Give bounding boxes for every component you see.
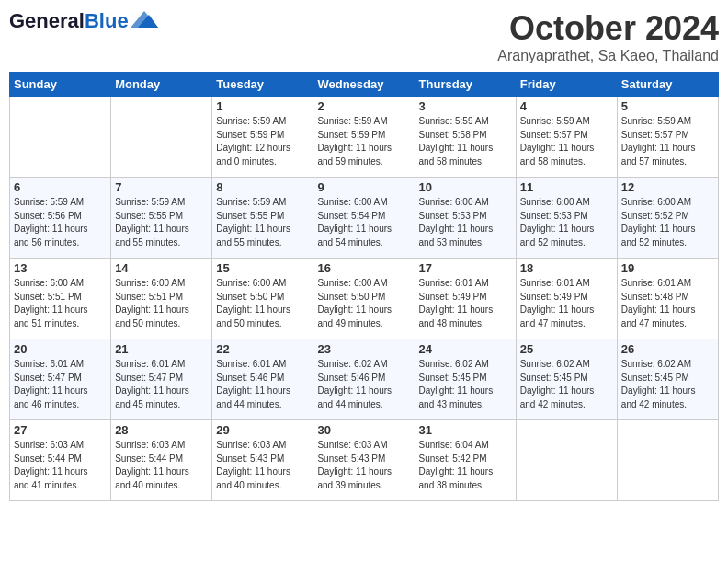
calendar-cell: 4Sunrise: 5:59 AMSunset: 5:57 PMDaylight… — [516, 97, 617, 178]
day-number: 23 — [317, 342, 410, 356]
day-number: 1 — [216, 99, 309, 113]
calendar-week-2: 6Sunrise: 5:59 AMSunset: 5:56 PMDaylight… — [10, 178, 719, 259]
day-number: 4 — [520, 99, 613, 113]
day-number: 24 — [419, 342, 512, 356]
calendar-cell: 16Sunrise: 6:00 AMSunset: 5:50 PMDayligh… — [313, 259, 415, 339]
day-number: 6 — [14, 180, 107, 194]
day-info: Sunrise: 6:02 AMSunset: 5:46 PMDaylight:… — [317, 358, 410, 411]
calendar-cell: 29Sunrise: 6:03 AMSunset: 5:43 PMDayligh… — [212, 420, 313, 501]
day-info: Sunrise: 5:59 AMSunset: 5:57 PMDaylight:… — [520, 115, 613, 168]
calendar-cell: 21Sunrise: 6:01 AMSunset: 5:47 PMDayligh… — [111, 339, 212, 420]
calendar-cell: 3Sunrise: 5:59 AMSunset: 5:58 PMDaylight… — [415, 97, 516, 178]
calendar-cell: 15Sunrise: 6:00 AMSunset: 5:50 PMDayligh… — [212, 259, 313, 339]
logo-blue: Blue — [85, 9, 129, 33]
day-info: Sunrise: 5:59 AMSunset: 5:59 PMDaylight:… — [216, 115, 309, 168]
day-number: 7 — [115, 180, 208, 194]
day-info: Sunrise: 6:01 AMSunset: 5:47 PMDaylight:… — [14, 358, 107, 411]
day-info: Sunrise: 6:01 AMSunset: 5:47 PMDaylight:… — [115, 358, 208, 411]
day-info: Sunrise: 5:59 AMSunset: 5:55 PMDaylight:… — [216, 196, 309, 249]
calendar-cell: 10Sunrise: 6:00 AMSunset: 5:53 PMDayligh… — [415, 178, 516, 259]
calendar-week-5: 27Sunrise: 6:03 AMSunset: 5:44 PMDayligh… — [10, 420, 719, 501]
day-info: Sunrise: 6:01 AMSunset: 5:46 PMDaylight:… — [216, 358, 309, 411]
day-info: Sunrise: 6:01 AMSunset: 5:49 PMDaylight:… — [419, 277, 512, 330]
day-number: 12 — [621, 180, 714, 194]
day-info: Sunrise: 5:59 AMSunset: 5:56 PMDaylight:… — [14, 196, 107, 249]
calendar-cell: 11Sunrise: 6:00 AMSunset: 5:53 PMDayligh… — [516, 178, 617, 259]
day-info: Sunrise: 5:59 AMSunset: 5:55 PMDaylight:… — [115, 196, 208, 249]
day-number: 13 — [14, 261, 107, 275]
day-info: Sunrise: 6:02 AMSunset: 5:45 PMDaylight:… — [419, 358, 512, 411]
day-info: Sunrise: 6:01 AMSunset: 5:49 PMDaylight:… — [520, 277, 613, 330]
calendar-cell: 9Sunrise: 6:00 AMSunset: 5:54 PMDaylight… — [313, 178, 415, 259]
day-number: 28 — [115, 423, 208, 437]
calendar-cell: 23Sunrise: 6:02 AMSunset: 5:46 PMDayligh… — [313, 339, 415, 420]
day-info: Sunrise: 6:03 AMSunset: 5:44 PMDaylight:… — [14, 439, 107, 492]
day-number: 14 — [115, 261, 208, 275]
day-info: Sunrise: 6:04 AMSunset: 5:42 PMDaylight:… — [419, 439, 512, 492]
day-info: Sunrise: 6:02 AMSunset: 5:45 PMDaylight:… — [520, 358, 613, 411]
page-header: GeneralBlue October 2024 Aranyaprathet, … — [9, 9, 719, 64]
day-number: 18 — [520, 261, 613, 275]
day-info: Sunrise: 6:00 AMSunset: 5:51 PMDaylight:… — [115, 277, 208, 330]
calendar-cell — [516, 420, 617, 501]
day-info: Sunrise: 6:01 AMSunset: 5:48 PMDaylight:… — [621, 277, 714, 330]
calendar-cell: 25Sunrise: 6:02 AMSunset: 5:45 PMDayligh… — [516, 339, 617, 420]
day-number: 29 — [216, 423, 309, 437]
day-number: 19 — [621, 261, 714, 275]
day-info: Sunrise: 6:00 AMSunset: 5:53 PMDaylight:… — [419, 196, 512, 249]
calendar-header-tuesday: Tuesday — [212, 73, 313, 97]
day-info: Sunrise: 6:00 AMSunset: 5:54 PMDaylight:… — [317, 196, 410, 249]
day-info: Sunrise: 6:02 AMSunset: 5:45 PMDaylight:… — [621, 358, 714, 411]
logo-icon — [131, 11, 158, 28]
calendar-week-4: 20Sunrise: 6:01 AMSunset: 5:47 PMDayligh… — [10, 339, 719, 420]
calendar-header-wednesday: Wednesday — [313, 73, 415, 97]
calendar-cell: 28Sunrise: 6:03 AMSunset: 5:44 PMDayligh… — [111, 420, 212, 501]
calendar-week-1: 1Sunrise: 5:59 AMSunset: 5:59 PMDaylight… — [10, 97, 719, 178]
day-info: Sunrise: 5:59 AMSunset: 5:57 PMDaylight:… — [621, 115, 714, 168]
day-number: 31 — [419, 423, 512, 437]
calendar-header-friday: Friday — [516, 73, 617, 97]
day-info: Sunrise: 6:00 AMSunset: 5:53 PMDaylight:… — [520, 196, 613, 249]
day-info: Sunrise: 5:59 AMSunset: 5:58 PMDaylight:… — [419, 115, 512, 168]
calendar-cell: 6Sunrise: 5:59 AMSunset: 5:56 PMDaylight… — [10, 178, 111, 259]
calendar-header-saturday: Saturday — [617, 73, 718, 97]
day-info: Sunrise: 6:00 AMSunset: 5:50 PMDaylight:… — [216, 277, 309, 330]
logo-general: General — [9, 9, 85, 33]
day-number: 16 — [317, 261, 410, 275]
day-info: Sunrise: 6:00 AMSunset: 5:51 PMDaylight:… — [14, 277, 107, 330]
day-number: 15 — [216, 261, 309, 275]
day-info: Sunrise: 6:03 AMSunset: 5:44 PMDaylight:… — [115, 439, 208, 492]
calendar-cell: 26Sunrise: 6:02 AMSunset: 5:45 PMDayligh… — [617, 339, 718, 420]
day-number: 10 — [419, 180, 512, 194]
day-number: 30 — [317, 423, 410, 437]
calendar-cell: 31Sunrise: 6:04 AMSunset: 5:42 PMDayligh… — [415, 420, 516, 501]
day-number: 20 — [14, 342, 107, 356]
calendar-cell: 5Sunrise: 5:59 AMSunset: 5:57 PMDaylight… — [617, 97, 718, 178]
day-number: 26 — [621, 342, 714, 356]
calendar-week-3: 13Sunrise: 6:00 AMSunset: 5:51 PMDayligh… — [10, 259, 719, 339]
calendar-cell: 19Sunrise: 6:01 AMSunset: 5:48 PMDayligh… — [617, 259, 718, 339]
day-number: 27 — [14, 423, 107, 437]
calendar-cell: 30Sunrise: 6:03 AMSunset: 5:43 PMDayligh… — [313, 420, 415, 501]
day-number: 8 — [216, 180, 309, 194]
calendar-cell: 27Sunrise: 6:03 AMSunset: 5:44 PMDayligh… — [10, 420, 111, 501]
calendar-header-row: SundayMondayTuesdayWednesdayThursdayFrid… — [10, 73, 719, 97]
calendar-header-sunday: Sunday — [10, 73, 111, 97]
day-number: 11 — [520, 180, 613, 194]
day-info: Sunrise: 5:59 AMSunset: 5:59 PMDaylight:… — [317, 115, 410, 168]
calendar-cell: 1Sunrise: 5:59 AMSunset: 5:59 PMDaylight… — [212, 97, 313, 178]
calendar-cell: 2Sunrise: 5:59 AMSunset: 5:59 PMDaylight… — [313, 97, 415, 178]
month-title: October 2024 — [497, 9, 719, 48]
day-number: 2 — [317, 99, 410, 113]
day-info: Sunrise: 6:00 AMSunset: 5:52 PMDaylight:… — [621, 196, 714, 249]
calendar-cell: 14Sunrise: 6:00 AMSunset: 5:51 PMDayligh… — [111, 259, 212, 339]
calendar-cell: 7Sunrise: 5:59 AMSunset: 5:55 PMDaylight… — [111, 178, 212, 259]
calendar-cell — [10, 97, 111, 178]
calendar-header-monday: Monday — [111, 73, 212, 97]
day-number: 5 — [621, 99, 714, 113]
calendar-cell: 18Sunrise: 6:01 AMSunset: 5:49 PMDayligh… — [516, 259, 617, 339]
day-info: Sunrise: 6:00 AMSunset: 5:50 PMDaylight:… — [317, 277, 410, 330]
day-info: Sunrise: 6:03 AMSunset: 5:43 PMDaylight:… — [317, 439, 410, 492]
day-number: 3 — [419, 99, 512, 113]
calendar-cell — [617, 420, 718, 501]
